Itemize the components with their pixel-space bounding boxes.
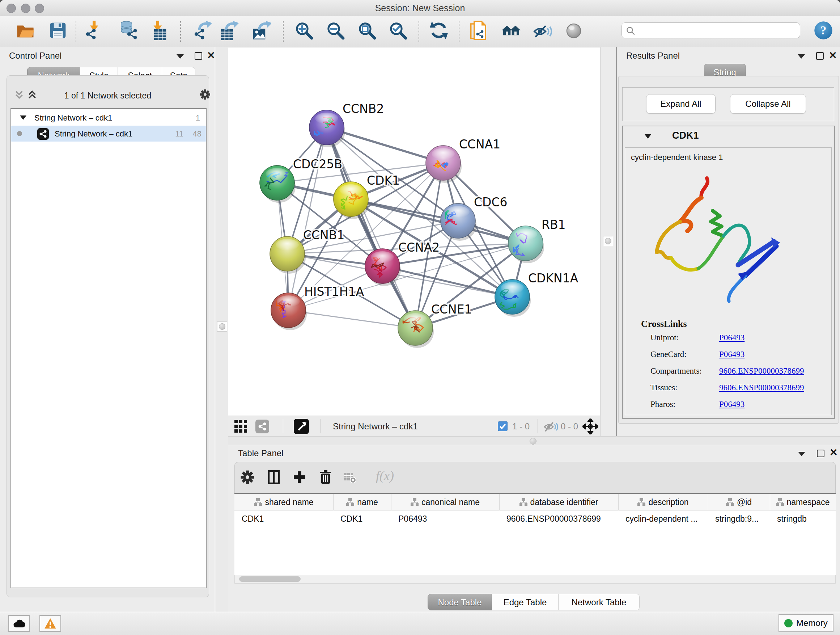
navigator-icon[interactable]	[294, 419, 309, 434]
panel-float-icon[interactable]	[195, 52, 202, 60]
network-node-HIST1H1A[interactable]: HIST1H1AHIST1H1A	[271, 285, 364, 330]
column-header-description[interactable]: description	[618, 494, 708, 510]
new-network-from-selection-icon[interactable]	[469, 21, 488, 40]
search-input[interactable]	[622, 22, 800, 38]
tab-edge-table[interactable]: Edge Table	[492, 594, 559, 610]
column-header-shared-name[interactable]: shared name	[234, 494, 333, 510]
column-separator[interactable]	[333, 494, 333, 510]
column-separator[interactable]	[770, 494, 770, 510]
horizontal-scrollbar[interactable]	[234, 575, 836, 584]
column-header-namespace[interactable]: namespace	[770, 494, 836, 510]
toolbar-separator	[538, 419, 538, 433]
splitter-dot-handle[interactable]	[530, 438, 537, 445]
left-splitter[interactable]	[215, 47, 228, 612]
export-table-icon[interactable]	[219, 21, 239, 40]
collapse-triangle-icon[interactable]	[20, 116, 27, 120]
network-edge[interactable]	[288, 310, 415, 328]
section-collapse-icon[interactable]	[645, 134, 651, 139]
table-cell[interactable]: stringdb	[777, 510, 834, 527]
add-column-icon[interactable]	[267, 470, 281, 484]
delete-icon[interactable]	[318, 470, 333, 485]
crosslink-link[interactable]: P06493	[719, 350, 745, 359]
zoom-selected-icon[interactable]	[388, 21, 408, 40]
table-tabs: Node TableEdge TableNetwork Table	[428, 594, 639, 610]
splitter-toggle-handle[interactable]	[217, 321, 227, 332]
string-home-icon[interactable]	[501, 21, 521, 40]
zoom-fit-icon[interactable]	[357, 21, 377, 40]
add-row-icon[interactable]	[293, 470, 306, 484]
cloud-button[interactable]	[8, 615, 30, 632]
import-network-file-icon[interactable]	[84, 21, 103, 40]
column-separator[interactable]	[499, 494, 500, 510]
panel-close-icon[interactable]: ✕	[829, 448, 838, 458]
warning-button[interactable]	[39, 615, 61, 632]
pan-crosshair-icon[interactable]	[583, 418, 598, 434]
crosslink-link[interactable]: 9606.ENSP00000378699	[719, 383, 804, 393]
panel-close-icon[interactable]: ✕	[207, 51, 215, 60]
birdseye-grid-icon[interactable]	[234, 420, 247, 432]
expand-all-button[interactable]: Expand All	[646, 94, 715, 114]
table-cell[interactable]: CDK1	[340, 510, 390, 527]
hide-selected-icon[interactable]	[532, 21, 552, 40]
panel-float-icon[interactable]	[816, 52, 824, 60]
help-icon[interactable]: ?	[813, 21, 833, 40]
column-header-canonical-name[interactable]: canonical name	[391, 494, 499, 510]
graphics-details-icon[interactable]	[564, 21, 584, 40]
table-cell[interactable]: cyclin-dependent ...	[625, 510, 706, 527]
panel-float-icon[interactable]	[817, 450, 824, 457]
import-network-database-icon[interactable]	[118, 21, 138, 40]
panel-menu-icon[interactable]	[177, 54, 184, 59]
zoom-in-icon[interactable]	[294, 21, 314, 40]
crosslink-row: Uniprot:P06493	[651, 333, 679, 350]
crosslink-link[interactable]: P06493	[719, 333, 745, 342]
zoom-out-icon[interactable]	[325, 21, 345, 40]
network-share-toggle-icon[interactable]	[256, 420, 269, 433]
column-separator[interactable]	[618, 494, 619, 510]
protein-section: CDK1 cyclin-dependent kinase 1	[622, 126, 835, 419]
network-node-CDKN1A[interactable]: CDKN1ACDKN1A	[495, 271, 578, 317]
network-node-CCNB1[interactable]: CCNB1CCNB1	[270, 228, 344, 274]
column-separator[interactable]	[708, 494, 708, 510]
network-graph[interactable]: CCNB2CCNB2CCNA1CCNA1CDC25BCDC25BCDK1CDK1…	[228, 48, 600, 416]
network-edge[interactable]	[288, 127, 327, 310]
network-row-selected[interactable]: String Network – cdk1 11 48	[11, 126, 206, 141]
crosslink-link[interactable]: P06493	[719, 400, 745, 409]
panel-close-icon[interactable]: ✕	[829, 51, 837, 60]
tab-network-table[interactable]: Network Table	[559, 594, 639, 610]
collapse-all-button[interactable]: Collapse All	[730, 94, 806, 114]
crosslink-link[interactable]: 9606.ENSP00000378699	[719, 366, 804, 376]
export-image-icon[interactable]	[251, 21, 271, 40]
panel-menu-icon[interactable]	[798, 452, 805, 456]
network-node-RB1[interactable]: RB1RB1	[508, 218, 566, 263]
gear-icon[interactable]	[199, 89, 211, 100]
hidden-eye-icon[interactable]	[543, 421, 558, 432]
network-canvas[interactable]: CCNB2CCNB2CCNA1CCNA1CDC25BCDC25BCDK1CDK1…	[228, 47, 600, 416]
export-network-icon[interactable]	[193, 21, 212, 40]
table-cell[interactable]: 9606.ENSP00000378699	[507, 510, 617, 527]
selected-checkbox[interactable]	[498, 421, 508, 431]
network-collection-row[interactable]: String Network – cdk1 1	[11, 110, 206, 126]
scrollbar-thumb[interactable]	[239, 576, 301, 582]
save-session-icon[interactable]	[48, 21, 68, 40]
horizontal-splitter[interactable]	[228, 436, 840, 445]
import-table-file-icon[interactable]	[148, 21, 168, 40]
network-node-CCNE1[interactable]: CCNE1CCNE1	[398, 302, 472, 348]
column-header-@id[interactable]: @id	[708, 494, 770, 510]
tab-node-table[interactable]: Node Table	[428, 594, 492, 610]
open-session-icon[interactable]	[16, 21, 35, 40]
crosslink-label: Pharos:	[651, 400, 676, 409]
right-splitter[interactable]	[600, 47, 616, 436]
table-cell[interactable]: P06493	[398, 510, 498, 527]
network-node-CCNA1[interactable]: CCNA1CCNA1	[426, 137, 500, 183]
memory-button[interactable]: Memory	[778, 614, 834, 632]
apply-layout-icon[interactable]	[429, 21, 448, 40]
crosslink-row: Compartments:9606.ENSP00000378699	[651, 366, 702, 383]
column-header-name[interactable]: name	[333, 494, 391, 510]
panel-menu-icon[interactable]	[798, 54, 805, 59]
table-settings-icon[interactable]	[240, 470, 255, 485]
splitter-toggle-handle[interactable]	[603, 236, 613, 246]
table-cell[interactable]: stringdb:9...	[715, 510, 768, 527]
column-header-database-identifier[interactable]: database identifier	[499, 494, 618, 510]
column-separator[interactable]	[391, 494, 392, 510]
table-cell[interactable]: CDK1	[242, 510, 332, 527]
